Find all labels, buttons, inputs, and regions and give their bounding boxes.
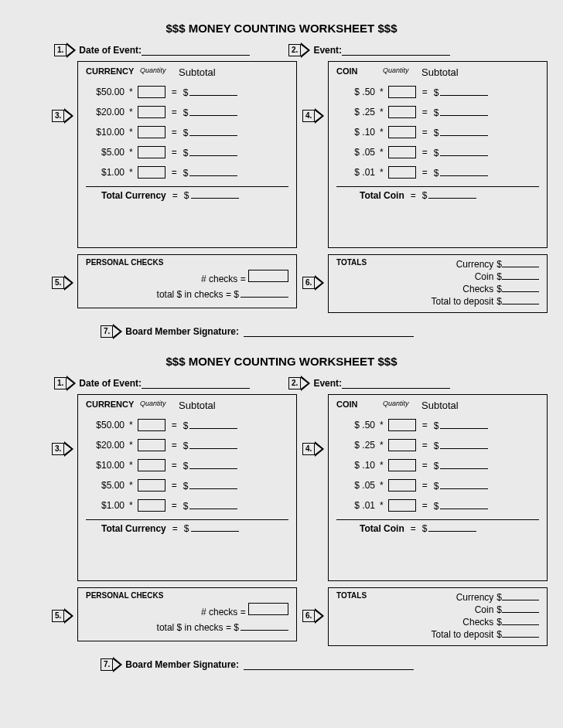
total-coin-field[interactable] [428,189,476,199]
checks-box: 5. PERSONAL CHECKS # checks = total $ in… [77,254,297,308]
subtotal-field[interactable] [440,459,488,469]
subtotal-field[interactable] [440,499,488,509]
subtotal-field[interactable] [189,146,237,156]
subtotal-field[interactable] [189,479,237,489]
totals-currency-field[interactable] [502,591,539,600]
qty-input[interactable] [138,479,165,492]
subtotal-field[interactable] [440,86,488,96]
coin-box: 4. COIN Quantity Subtotal $ .50*=$ $ .25… [328,394,548,581]
totals-deposit-field[interactable] [502,628,539,638]
qty-input[interactable] [138,86,165,98]
subtotal-field[interactable] [189,459,237,469]
denom-row: $ .25*=$ [336,439,539,451]
date-field[interactable] [142,46,250,56]
totals-coin-field[interactable] [502,604,539,613]
event-field[interactable] [342,379,450,389]
checks-box: 5. PERSONAL CHECKS # checks = total $ in… [77,587,297,641]
qty-input[interactable] [138,459,165,471]
qty-input[interactable] [388,479,416,492]
qty-input[interactable] [138,439,165,451]
quantity-header: Quantity [383,66,421,78]
quantity-header: Quantity [140,66,179,78]
coin-box: 4. COIN Quantity Subtotal $ .50*=$ $ .25… [328,61,548,248]
step-arrow-2: 2. [288,43,310,58]
event-field[interactable] [342,46,450,56]
qty-input[interactable] [138,106,165,118]
qty-input[interactable] [388,86,416,98]
coin-header: COIN [336,400,383,411]
totals-checks-field[interactable] [502,283,539,292]
denom-row: $20.00*=$ [86,439,288,451]
subtotal-field[interactable] [189,439,237,449]
step-arrow-4: 4. [302,441,324,457]
totals-checks-field[interactable] [502,616,539,625]
subtotal-field[interactable] [189,166,237,176]
qty-input[interactable] [388,126,416,138]
qty-input[interactable] [138,146,165,158]
denom-row: $ .01*=$ [336,166,539,179]
denom-row: $5.00*=$ [86,146,288,158]
totals-coin-field[interactable] [502,270,539,280]
subtotal-field[interactable] [189,419,237,429]
denom-row: $ .25*=$ [336,106,539,118]
qty-input[interactable] [388,459,416,471]
subtotal-field[interactable] [440,166,488,176]
qty-input[interactable] [138,419,165,431]
qty-input[interactable] [388,419,416,431]
subtotal-field[interactable] [189,126,237,136]
subtotal-field[interactable] [440,126,488,136]
totals-box: 6. TOTALS Currency$ Coin$ Checks$ Total … [328,587,548,646]
qty-input[interactable] [388,146,416,158]
total-currency-label: Total Currency [101,190,166,201]
qty-input[interactable] [138,126,165,138]
denom-row: $50.00*=$ [86,419,288,431]
subtotal-field[interactable] [189,499,237,509]
subtotal-field[interactable] [440,439,488,449]
date-label: Date of Event: [79,45,142,56]
step-arrow-3: 3. [52,441,73,457]
total-coin-field[interactable] [428,522,476,532]
totals-header: TOTALS [336,258,367,308]
date-field[interactable] [142,379,250,389]
subtotal-field[interactable] [440,106,488,116]
num-checks-input[interactable] [248,603,288,615]
quantity-header: Quantity [140,400,179,411]
totals-currency-field[interactable] [502,258,539,267]
step-arrow-5: 5. [52,275,73,291]
total-coin-label: Total Coin [360,190,404,201]
subtotal-field[interactable] [440,479,488,489]
qty-input[interactable] [388,499,416,512]
subtotal-field[interactable] [440,146,488,156]
subtotal-field[interactable] [189,86,237,96]
qty-input[interactable] [138,499,165,512]
subtotal-field[interactable] [189,106,237,116]
totals-box: 6. TOTALS Currency$ Coin$ Checks$ Total … [328,254,548,313]
totals-currency-label: Currency [456,258,494,270]
qty-input[interactable] [388,439,416,451]
subtotal-field[interactable] [440,419,488,429]
total-checks-label: total $ in checks = [157,622,231,633]
signature-label: Board Member Signature: [125,326,239,337]
qty-input[interactable] [138,166,165,179]
qty-input[interactable] [388,166,416,179]
total-checks-field[interactable] [241,287,288,298]
step-arrow-1: 1. [54,43,76,58]
total-currency-field[interactable] [191,522,239,532]
denom-row: $1.00*=$ [86,166,288,179]
signature-field[interactable] [244,327,414,337]
denom-row: $10.00*=$ [86,126,288,138]
checks-header: PERSONAL CHECKS [86,591,288,600]
currency-header: CURRENCY [86,400,140,411]
qty-input[interactable] [388,106,416,118]
num-checks-input[interactable] [248,270,288,282]
total-checks-field[interactable] [241,621,288,631]
denom-row: $ .05*=$ [336,146,539,158]
denom-row: $ .05*=$ [336,479,539,492]
denom-row: $50.00*=$ [86,86,288,98]
signature-field[interactable] [244,660,414,670]
totals-currency-label: Currency [456,591,494,604]
total-currency-label: Total Currency [101,523,166,534]
subtotal-header: Subtotal [421,400,459,411]
total-currency-field[interactable] [191,189,239,199]
totals-deposit-field[interactable] [502,295,539,304]
